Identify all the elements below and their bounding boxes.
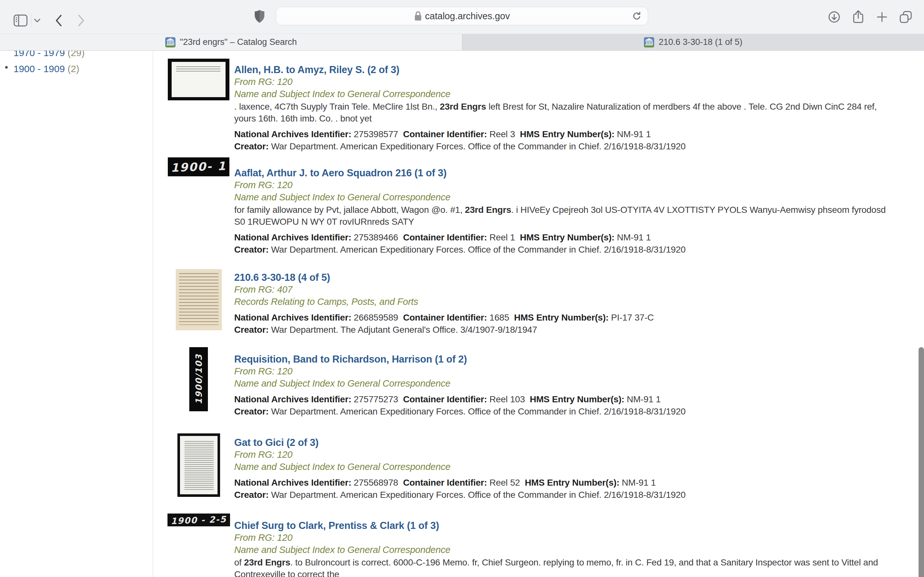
result-thumbnail[interactable]: 1900/103 — [189, 347, 208, 411]
result-from-rg: From RG: 120 — [234, 448, 888, 461]
browser-toolbar: catalog.archives.gov — [0, 0, 924, 34]
result-title-link[interactable]: 210.6 3-30-18 (4 of 5) — [234, 272, 888, 284]
share-button[interactable] — [852, 10, 864, 24]
result-title-link[interactable]: Aaflat, Arthur J. to Aero Squadron 216 (… — [234, 167, 888, 179]
thumbnail-handwriting: 1900 - 2-5 — [171, 514, 227, 526]
result-identifiers: National Archives Identifier: 275775273 … — [234, 393, 888, 406]
result-text-column: Allen, H.B. to Amyz, Riley S. (2 of 3) F… — [234, 64, 888, 153]
result-identifiers: National Archives Identifier: 266859589 … — [234, 311, 888, 324]
result-from-rg: From RG: 120 — [234, 365, 888, 377]
result-from-rg: From RG: 120 — [234, 532, 888, 544]
search-result-row: 1900- 1 Aaflat, Arthur J. to Aero Squadr… — [163, 157, 888, 256]
nara-favicon — [644, 37, 654, 47]
result-thumbnail[interactable]: 1900 - 2-5 — [168, 514, 230, 526]
sidebar-toggle-button[interactable] — [13, 15, 27, 27]
result-description: for family allowance by Pvt, jallace Abb… — [234, 204, 888, 227]
result-from-rg: From RG: 407 — [234, 284, 888, 295]
result-series: Records Relating to Camps, Posts, and Fo… — [234, 295, 888, 308]
result-title-link[interactable]: Allen, H.B. to Amyz, Riley S. (2 of 3) — [234, 64, 888, 76]
search-result-row: 1900 - 2-5 Chief Surg to Clark, Prentiss… — [163, 514, 888, 577]
result-thumbnail[interactable]: 1900- 1 — [168, 157, 229, 176]
search-result-row: 210.6 3-30-18 (4 of 5) From RG: 407 Reco… — [163, 269, 888, 336]
result-series: Name and Subject Index to General Corres… — [234, 191, 888, 203]
tab-bar: "23rd engrs" – Catalog Search 210.6 3-30… — [0, 34, 924, 51]
result-creator: Creator: War Department. American Expedi… — [234, 140, 888, 153]
new-tab-button[interactable] — [876, 11, 888, 23]
result-text-column: Requisition, Band to Richardson, Harriso… — [234, 354, 888, 418]
result-identifiers: National Archives Identifier: 275568978 … — [234, 477, 888, 489]
result-thumb-column: 1900/103 — [163, 347, 234, 418]
thumbnail-handwriting: 1900/103 — [194, 354, 204, 404]
url-field[interactable]: catalog.archives.gov — [276, 7, 648, 25]
downloads-button[interactable] — [828, 11, 840, 23]
result-identifiers: National Archives Identifier: 275398577 … — [234, 128, 888, 140]
result-thumbnail[interactable] — [176, 269, 222, 330]
result-identifiers: National Archives Identifier: 275389466 … — [234, 231, 888, 243]
result-from-rg: From RG: 120 — [234, 76, 888, 88]
result-title-link[interactable]: Requisition, Band to Richardson, Harriso… — [234, 354, 888, 365]
search-result-row: Gat to Gici (2 of 3) From RG: 120 Name a… — [163, 434, 888, 501]
result-thumbnail[interactable] — [178, 434, 220, 497]
tab-catalog-search[interactable]: "23rd engrs" – Catalog Search — [0, 34, 462, 50]
result-thumb-column — [163, 59, 234, 153]
tab-210-6[interactable]: 210.6 3-30-18 (1 of 5) — [462, 34, 924, 50]
sidebar-item-1970-1979[interactable]: 1970 - 1979 (29) — [13, 51, 85, 58]
search-result-row: Allen, H.B. to Amyz, Riley S. (2 of 3) F… — [163, 59, 888, 153]
tab-title: "23rd engrs" – Catalog Search — [180, 37, 297, 47]
privacy-shield-icon[interactable] — [254, 10, 265, 23]
back-button[interactable] — [55, 15, 62, 27]
sidebar-divider — [153, 51, 153, 577]
result-thumb-column — [163, 269, 234, 336]
list-bullet — [5, 66, 8, 69]
result-title-link[interactable]: Chief Surg to Clark, Prentiss & Clark (1… — [234, 520, 888, 532]
scrollbar-thumb[interactable] — [919, 347, 924, 577]
result-series: Name and Subject Index to General Corres… — [234, 88, 888, 100]
url-text: catalog.archives.gov — [425, 11, 510, 21]
result-series: Name and Subject Index to General Corres… — [234, 461, 888, 473]
result-series: Name and Subject Index to General Corres… — [234, 377, 888, 390]
tab-overview-button[interactable] — [899, 10, 913, 24]
result-series: Name and Subject Index to General Corres… — [234, 544, 888, 556]
web-content: 1970 - 1979 (29) 1900 - 1909 (2) Allen, … — [0, 51, 924, 577]
result-creator: Creator: War Department. American Expedi… — [234, 406, 888, 418]
refresh-button[interactable] — [632, 11, 642, 21]
result-thumbnail[interactable] — [168, 59, 229, 100]
result-title-link[interactable]: Gat to Gici (2 of 3) — [234, 437, 888, 448]
thumbnail-handwriting: 1900- 1 — [170, 159, 226, 174]
forward-button[interactable] — [78, 15, 85, 27]
search-result-row: 1900/103 Requisition, Band to Richardson… — [163, 347, 888, 418]
result-text-column: 210.6 3-30-18 (4 of 5) From RG: 407 Reco… — [234, 272, 888, 336]
result-text-column: Aaflat, Arthur J. to Aero Squadron 216 (… — [234, 167, 888, 256]
result-thumb-column — [163, 434, 234, 501]
chevron-down-icon[interactable] — [34, 19, 40, 23]
result-creator: Creator: War Department. The Adjutant Ge… — [234, 324, 888, 336]
result-text-column: Gat to Gici (2 of 3) From RG: 120 Name a… — [234, 437, 888, 501]
result-thumb-column: 1900 - 2-5 — [163, 514, 234, 577]
result-from-rg: From RG: 120 — [234, 179, 888, 191]
tab-title: 210.6 3-30-18 (1 of 5) — [659, 37, 742, 47]
result-thumb-column: 1900- 1 — [163, 157, 234, 256]
result-creator: Creator: War Department. American Expedi… — [234, 243, 888, 256]
result-creator: Creator: War Department. American Expedi… — [234, 489, 888, 501]
lock-icon — [414, 11, 422, 21]
result-description: of 23rd Engrs. to Bulroncourt is correct… — [234, 556, 888, 577]
result-text-column: Chief Surg to Clark, Prentiss & Clark (1… — [234, 520, 888, 577]
nara-favicon — [165, 37, 176, 47]
result-description: . laxence, 4C7th Suyply Train Tele. MeCl… — [234, 101, 888, 124]
sidebar-item-1900-1909[interactable]: 1900 - 1909 (2) — [13, 63, 79, 74]
